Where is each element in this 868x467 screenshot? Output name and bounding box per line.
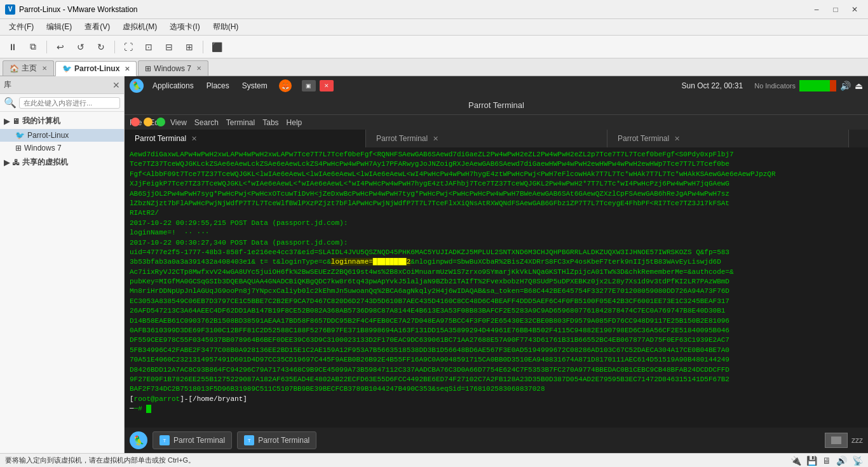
toolbar-send[interactable]: ↩	[51, 39, 69, 55]
vm-tab-parrot-close[interactable]: ✕	[125, 65, 130, 72]
toolbar-fullscreen[interactable]: ⛶	[119, 39, 137, 55]
sidebar-item-windows7[interactable]: ⊞ Windows 7	[0, 142, 124, 154]
terminal-line: lZbzNZjzt7bFlAPwHcPwjNjWdfP7T7L7TceWlfBW…	[130, 199, 863, 208]
taskbar-terminal-2-icon: T	[244, 435, 254, 445]
terminal-tab-3[interactable]: Parrot Terminal ✕	[607, 130, 849, 147]
menu-file[interactable]: 文件(F)	[3, 20, 40, 34]
terminal-line: D14B58EAEB61C0903762B1508BD38591AEAA17BD…	[130, 316, 863, 326]
window-controls[interactable]: – □ ✕	[808, 3, 863, 16]
pager-inner	[831, 437, 841, 444]
menu-help[interactable]: 帮助(H)	[207, 20, 245, 34]
menu-edit[interactable]: 编辑(E)	[40, 20, 78, 34]
vm-tab-home-close[interactable]: ✕	[42, 65, 47, 72]
vmware-icon: V	[5, 4, 15, 15]
terminal-line: DF559CEE978C55F0345937BB078964B6BEF0DEE3…	[130, 335, 863, 345]
terminal-menu-help[interactable]: Help	[287, 118, 302, 127]
win7-tab-icon: ⊞	[145, 64, 151, 73]
power-icon[interactable]: ⏏	[855, 81, 863, 91]
sidebar-search-input[interactable]	[19, 97, 120, 109]
terminal-tab-1-close[interactable]: ✕	[191, 135, 197, 143]
terminal-tab-2[interactable]: Parrot Terminal ✕	[366, 130, 607, 147]
toolbar-connect[interactable]: ⬛	[208, 39, 226, 55]
vm-tab-win7[interactable]: ⊞ Windows 7 ✕	[138, 60, 208, 76]
status-icon-5[interactable]: 📡	[852, 456, 863, 466]
taskbar-zzz: zzz	[851, 436, 863, 445]
terminal-tab-2-close[interactable]: ✕	[433, 135, 438, 143]
terminal-tab-3-close[interactable]: ✕	[674, 135, 680, 143]
terminal-maximize-btn[interactable]	[156, 118, 165, 126]
volume-icon[interactable]: 🔊	[840, 81, 851, 91]
parrot-menu-places[interactable]: Places	[203, 80, 233, 91]
close-button[interactable]: ✕	[846, 3, 863, 16]
sidebar-header: 库 ✕	[0, 76, 124, 94]
toolbar-sep1	[46, 41, 47, 53]
terminal-tab-3-label: Parrot Terminal	[618, 134, 669, 143]
terminal-line: 9F27E09F1B7826EE255B1275229087A182AF635E…	[130, 375, 863, 384]
terminal-menu-tabs[interactable]: Tabs	[262, 118, 278, 127]
sidebar-group-shared[interactable]: ▶ 🖧 共享的虚拟机	[0, 154, 124, 170]
status-icon-2[interactable]: 💾	[806, 456, 817, 466]
cpu-graph	[799, 80, 836, 91]
firefox-icon[interactable]: 🦊	[279, 79, 292, 92]
terminal-tab-1[interactable]: Parrot Terminal ✕	[125, 130, 366, 147]
terminal-cursor-line: ──#	[130, 404, 863, 414]
vm-tab-win7-close[interactable]: ✕	[196, 65, 201, 72]
parrot-logo[interactable]: 🦜	[130, 79, 144, 93]
minimize-button[interactable]: –	[808, 3, 825, 16]
menu-tabs[interactable]: 选项卡(I)	[163, 20, 206, 34]
toolbar-forward[interactable]: ↻	[92, 39, 110, 55]
home-icon: 🏠	[10, 64, 19, 73]
taskbar-pager[interactable]	[825, 433, 848, 448]
taskbar-terminal-2[interactable]: T Parrot Terminal	[237, 431, 316, 449]
terminal-line: pubKey=MIGfMA0GCSqGSIb3DQEBAQUAA4GNADCBi…	[130, 277, 863, 287]
sidebar-group-mycomputer[interactable]: ▶ 🖥 我的计算机	[0, 113, 124, 129]
toolbar-sep3	[203, 41, 203, 53]
terminal-line: BAF2F734DC2B7518013F5D96B31989C511C5107B…	[130, 384, 863, 394]
parrot-quick-launch: ▣ ✕	[302, 80, 334, 91]
vmware-toolbar: ⏸ ⧉ ↩ ↺ ↻ ⛶ ⊡ ⊟ ⊞ ⬛	[0, 36, 868, 58]
sidebar-close-button[interactable]: ✕	[112, 80, 120, 90]
terminal-content[interactable]: Aewd7diGaxwLAPw4wPwH2xwLAPw4wPwH2xwLAPw7…	[125, 147, 868, 428]
terminal-close-btn[interactable]	[131, 118, 140, 126]
status-icon-1[interactable]: 🔌	[790, 456, 801, 466]
vm-tab-home[interactable]: 🏠 主页 ✕	[3, 60, 54, 76]
parrot-menu-system[interactable]: System	[238, 80, 271, 91]
parrot-datetime: Sun Oct 22, 00:31	[681, 81, 743, 90]
toolbar-shrink[interactable]: ⊞	[180, 39, 198, 55]
menu-vm[interactable]: 虚拟机(M)	[116, 20, 163, 34]
sidebar-parrot-label: Parrot-Linux	[27, 131, 69, 140]
app-icon-1[interactable]: ▣	[302, 80, 316, 91]
sidebar-shared-label: 共享的虚拟机	[22, 157, 68, 168]
terminal-line: 26AFD547213C3A64AEEC4DF62DD1AB147B19F8CE…	[130, 306, 863, 316]
parrot-menu-applications[interactable]: Applications	[149, 80, 198, 91]
terminal-line: EC3053A838549C06EB7D3797CE1C5BBE7C2B2EF9…	[130, 297, 863, 306]
maximize-button[interactable]: □	[827, 3, 844, 16]
status-icon-4[interactable]: 🔊	[836, 456, 847, 466]
terminal-tabs-bar: Parrot Terminal ✕ Parrot Terminal ✕ Parr…	[125, 130, 868, 147]
terminal-line: 2017-10-22 00:29:55,215 POST Data (passp…	[130, 219, 863, 228]
vm-area[interactable]: 🦜 Applications Places System 🦊 ▣ ✕ Sun O…	[125, 76, 868, 453]
taskbar-logo[interactable]: 🦜	[130, 431, 147, 449]
vm-tab-parrot[interactable]: 🐦 Parrot-Linux ✕	[55, 61, 137, 76]
toolbar-btn2[interactable]: ⧉	[24, 39, 42, 55]
sidebar-item-parrot[interactable]: 🐦 Parrot-Linux	[0, 129, 124, 142]
expand-icon-shared: ▶	[4, 158, 10, 167]
terminal-menu-view[interactable]: View	[170, 118, 187, 127]
toolbar-stretch[interactable]: ⊟	[160, 39, 178, 55]
toolbar-fit[interactable]: ⊡	[140, 39, 158, 55]
taskbar-right: zzz	[825, 433, 863, 448]
terminal-line: 5FB34996C42FABE2F3477C08B0A928136EE2BD15…	[130, 346, 863, 355]
terminal-menu-search[interactable]: Search	[194, 118, 219, 127]
app-icon-2[interactable]: ✕	[320, 80, 334, 91]
terminal-line: 2017-10-22 00:30:27,340 POST Data (passp…	[130, 238, 863, 248]
taskbar-terminal-1[interactable]: T Parrot Terminal	[153, 431, 232, 449]
terminal-line: Fgf<AlbbF09t7Tce7TZ37TceWQJGKL<lwIAe6eAe…	[130, 170, 863, 179]
terminal-line: Ac7iixRyVJ2CTp8MwfxvV24wGA8UYc5juiOH6fk%…	[130, 267, 863, 277]
menu-view[interactable]: 查看(V)	[78, 20, 116, 34]
terminal-minimize-btn[interactable]	[144, 118, 153, 126]
toolbar-pause[interactable]: ⏸	[4, 39, 22, 55]
shared-icon: 🖧	[12, 158, 20, 167]
toolbar-rewind[interactable]: ↺	[72, 39, 90, 55]
status-icon-3[interactable]: 🖥	[822, 456, 831, 466]
terminal-menu-terminal[interactable]: Terminal	[226, 118, 255, 127]
